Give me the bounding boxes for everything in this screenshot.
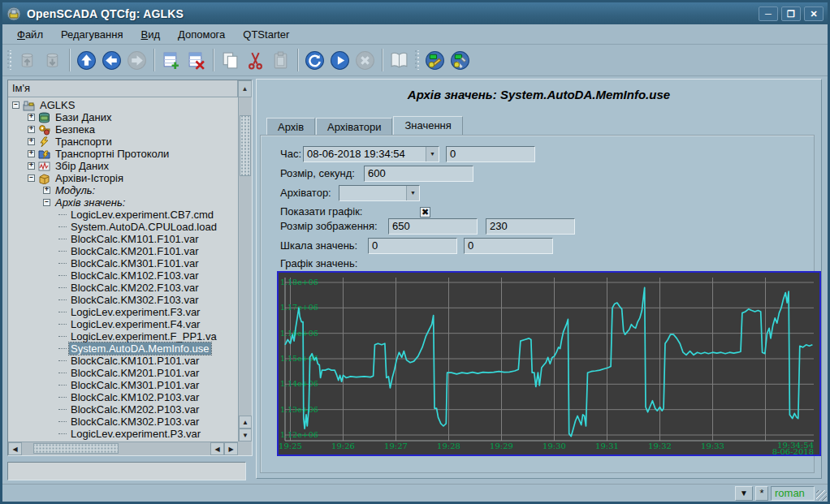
delete-item-button[interactable]: [184, 48, 209, 73]
expand-toggle-icon[interactable]: +: [28, 162, 35, 170]
tree-item[interactable]: LogicLev.experiment.F_PP1.va: [8, 330, 238, 342]
tree-item-label: BlockCalc.KM101.P101.var: [69, 355, 201, 367]
expand-toggle-icon[interactable]: +: [28, 114, 35, 121]
menu-help[interactable]: Допомога: [170, 27, 233, 42]
paste-item-button[interactable]: [268, 48, 293, 73]
stop-button[interactable]: [352, 48, 378, 73]
tree-item[interactable]: System.AutoDA.CPULoad.load: [8, 221, 238, 233]
scroll-down-button[interactable]: ▼: [239, 429, 252, 442]
menu-view[interactable]: Вид: [132, 27, 168, 42]
tab-archivators[interactable]: Архіватори: [316, 118, 392, 136]
tree-item[interactable]: BlockCalc.KM101.F101.var: [8, 233, 238, 245]
copy-item-button[interactable]: [218, 48, 243, 73]
horizontal-scrollbar[interactable]: ◀ ◀ ▶: [8, 442, 238, 455]
tree-item[interactable]: LogicLev.experiment.CB7.cmd: [8, 209, 238, 221]
tree-item[interactable]: BlockCalc.KM202.F103.var: [8, 282, 238, 294]
tree-item[interactable]: BlockCalc.KM101.P101.var: [8, 355, 238, 367]
collapse-toggle-icon[interactable]: –: [28, 174, 35, 182]
tree-item[interactable]: BlockCalc.KM102.F103.var: [8, 269, 238, 282]
expand-toggle-icon[interactable]: +: [43, 187, 50, 194]
scroll-left-button[interactable]: ◀: [210, 442, 224, 455]
tree-connector: [58, 421, 67, 422]
expand-toggle-icon[interactable]: +: [28, 126, 35, 133]
save-button[interactable]: [40, 48, 65, 73]
status-dropdown-button[interactable]: ▼: [735, 486, 753, 501]
cut-item-button[interactable]: [243, 48, 268, 73]
tree-item[interactable]: BlockCalc.KM301.F101.var: [8, 257, 238, 269]
toolbar-handle[interactable]: [7, 50, 11, 70]
vertical-scrollbar[interactable]: ▲ ▼: [238, 97, 252, 442]
tree-item[interactable]: LogicLev.experiment.F4.var: [8, 318, 238, 330]
image-width-field[interactable]: 650: [388, 218, 478, 235]
image-height-field[interactable]: 230: [486, 218, 575, 235]
status-star-button[interactable]: *: [755, 486, 768, 501]
chevron-down-icon[interactable]: ▼: [406, 186, 419, 200]
size-field[interactable]: 600: [364, 166, 473, 182]
tab-values[interactable]: Значення: [393, 116, 462, 136]
collapse-toggle-icon[interactable]: –: [12, 101, 19, 109]
up-button[interactable]: [74, 48, 99, 73]
tree-item[interactable]: BlockCalc.KM202.P103.var: [8, 403, 238, 416]
close-button[interactable]: ✕: [804, 6, 824, 21]
maximize-button[interactable]: ❐: [781, 6, 801, 21]
tree-item[interactable]: –Архіви-Історія: [8, 172, 238, 184]
tree-item[interactable]: –AGLKS: [8, 99, 238, 111]
tab-archive[interactable]: Архів: [266, 118, 315, 136]
forward-button[interactable]: [124, 48, 149, 73]
tree-item-label: BlockCalc.KM302.F103.var: [69, 294, 201, 306]
tree-item[interactable]: BlockCalc.KM301.P101.var: [8, 379, 238, 391]
load-button[interactable]: [15, 48, 40, 73]
scroll-left-button[interactable]: ◀: [8, 442, 22, 455]
collapse-toggle-icon[interactable]: –: [43, 199, 50, 206]
chevron-down-icon[interactable]: ▼: [426, 147, 439, 162]
tree-item[interactable]: +Збір Даних: [8, 160, 238, 172]
qtstarter-config-button[interactable]: [422, 48, 447, 73]
tree-item[interactable]: BlockCalc.KM201.P101.var: [8, 367, 238, 379]
time-combobox[interactable]: 08-06-2018 19:34:54 ▼: [303, 146, 439, 162]
expand-toggle-icon[interactable]: +: [28, 138, 35, 145]
time-extra-field[interactable]: 0: [446, 146, 535, 162]
start-button[interactable]: [327, 48, 352, 73]
menu-qtstarter[interactable]: QTStarter: [235, 27, 297, 42]
scale-max-field[interactable]: 0: [464, 238, 553, 254]
svg-text:1.14e+06: 1.14e+06: [280, 379, 318, 388]
vertical-scroll-thumb[interactable]: [240, 115, 251, 176]
tree-filter-input[interactable]: [7, 462, 246, 480]
horizontal-scroll-thumb[interactable]: [33, 443, 119, 454]
tree-item[interactable]: +Безпека: [8, 123, 238, 136]
expand-toggle-icon[interactable]: +: [28, 150, 35, 157]
tree-item[interactable]: BlockCalc.KM201.F101.var: [8, 245, 238, 257]
current-user-field[interactable]: roman: [771, 486, 815, 501]
tree-item[interactable]: –Архів значень:: [8, 196, 238, 209]
toolbar-handle[interactable]: [415, 50, 419, 70]
back-button[interactable]: [99, 48, 124, 73]
refresh-button[interactable]: [302, 48, 327, 73]
tree-item[interactable]: +Бази Даних: [8, 111, 238, 123]
minimize-button[interactable]: ─: [759, 6, 778, 21]
tree-item[interactable]: +Транспортні Протоколи: [8, 148, 238, 160]
qtstarter-tools-button[interactable]: [447, 48, 473, 73]
menu-file[interactable]: Файл: [9, 27, 51, 42]
save-icon: [42, 50, 63, 71]
scale-min-field[interactable]: 0: [368, 238, 457, 254]
tree-header[interactable]: Ім'я: [8, 80, 238, 97]
tree-item-label: BlockCalc.KM201.P101.var: [69, 367, 201, 379]
tree-item[interactable]: LogicLev.experiment.P3.var: [8, 428, 238, 440]
tree-item[interactable]: LogicLev.experiment.F3.var: [8, 306, 238, 318]
tree-item[interactable]: +Транспорти: [8, 136, 238, 148]
horizontal-scroll-track[interactable]: [22, 442, 210, 455]
tree-item[interactable]: BlockCalc.KM302.P103.var: [8, 416, 238, 428]
scroll-right-button[interactable]: ▶: [224, 442, 238, 455]
tree-item[interactable]: BlockCalc.KM302.F103.var: [8, 294, 238, 306]
archiver-combobox[interactable]: ▼: [339, 185, 420, 201]
scroll-up-button[interactable]: ▲: [238, 80, 252, 97]
show-graph-checkbox[interactable]: ✖: [420, 207, 430, 218]
add-item-button[interactable]: [158, 48, 184, 73]
tree-item[interactable]: BlockCalc.KM102.P103.var: [8, 391, 238, 403]
tree-item[interactable]: +Модуль:: [8, 184, 238, 196]
tree-item[interactable]: System.AutoDA.MemInfo.use: [8, 342, 238, 355]
resize-grip[interactable]: [816, 490, 827, 501]
scroll-up-button[interactable]: ▲: [239, 416, 252, 429]
manual-button[interactable]: [387, 48, 412, 73]
menu-edit[interactable]: Редагування: [53, 27, 132, 42]
